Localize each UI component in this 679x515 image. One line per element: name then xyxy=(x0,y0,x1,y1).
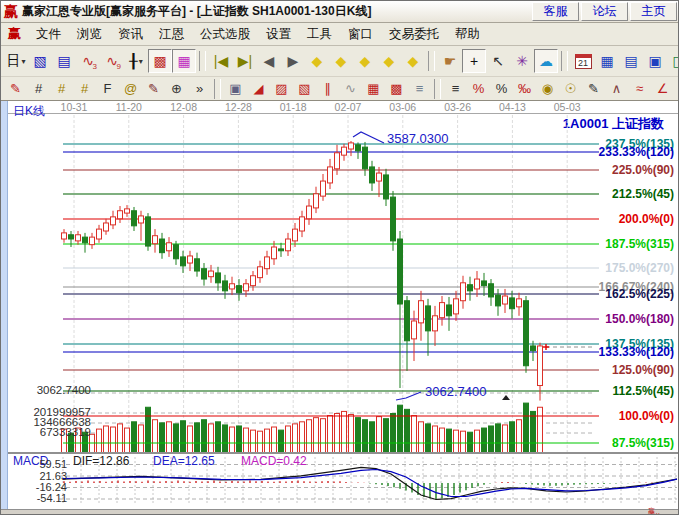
candle-body xyxy=(132,211,137,226)
red-grid-icon[interactable]: ▦ xyxy=(362,79,385,99)
candle-body xyxy=(384,175,389,199)
more-tools-button[interactable]: » xyxy=(188,79,211,99)
candle-body xyxy=(426,306,431,331)
candle-body xyxy=(482,281,487,286)
diamond-expand-button[interactable]: ◆ xyxy=(377,49,401,73)
wave-9-icon[interactable]: ∿9 xyxy=(100,49,124,73)
crosshair-tool-icon[interactable]: + xyxy=(462,49,486,73)
diamond-compress-button[interactable]: ◆ xyxy=(353,49,377,73)
fan-box-icon[interactable]: ▨ xyxy=(270,79,293,99)
gann-label-175.0%(270): 175.0%(270) xyxy=(577,261,674,275)
info-panel-icon[interactable]: ▤ xyxy=(52,49,76,73)
golden-section-icon[interactable]: ☉ xyxy=(559,79,582,99)
percent-retrace-icon[interactable]: % xyxy=(467,79,490,99)
volume-bar xyxy=(195,423,200,453)
period-day-button[interactable]: 日▾ xyxy=(4,49,28,73)
candle-body xyxy=(286,239,291,251)
toolbar-separator xyxy=(561,51,568,71)
candle-style-button[interactable]: ╂▾ xyxy=(124,49,148,73)
wave-line-icon[interactable]: ∿ xyxy=(339,79,362,99)
diamond-left-button[interactable]: ◆ xyxy=(305,49,329,73)
volume-bar xyxy=(293,424,298,453)
wave-ab-icon[interactable]: ∧ xyxy=(605,79,628,99)
volume-bar xyxy=(356,418,361,453)
golden-grid-icon[interactable]: # xyxy=(50,79,73,99)
fan-square-icon[interactable]: ▧ xyxy=(293,79,316,99)
gann-grid-icon[interactable]: # xyxy=(27,79,50,99)
draw-pen-icon[interactable]: ✎ xyxy=(4,79,27,99)
candle-body xyxy=(209,271,214,277)
menu-item-1[interactable]: 浏览 xyxy=(69,24,110,45)
low-price-annotation: 3062.7400 xyxy=(425,384,486,399)
golden-grid2-icon[interactable]: # xyxy=(73,79,96,99)
menu-item-0[interactable]: 文件 xyxy=(28,24,69,45)
volume-bar xyxy=(251,430,256,453)
last-page-button[interactable]: ▶| xyxy=(233,49,257,73)
customer-service-button[interactable]: 客服 xyxy=(532,2,579,21)
angle-lines-icon[interactable]: ∥ xyxy=(316,79,339,99)
candle-body xyxy=(90,237,95,245)
percent-icon[interactable]: % xyxy=(490,79,513,99)
gann-wheel-icon[interactable]: ⊕ xyxy=(165,79,188,99)
macd-histogram xyxy=(64,481,670,500)
forum-button[interactable]: 论坛 xyxy=(581,2,628,21)
candle-body xyxy=(223,281,228,291)
percent-lines-icon[interactable]: ‰ xyxy=(513,79,536,99)
brush-icon[interactable]: ✎ xyxy=(582,79,605,99)
menu-item-7[interactable]: 窗口 xyxy=(340,24,381,45)
next-page-button[interactable]: ▶ xyxy=(281,49,305,73)
menu-item-4[interactable]: 公式选股 xyxy=(192,24,258,45)
candle-body xyxy=(321,181,326,196)
menu-item-5[interactable]: 设置 xyxy=(258,24,299,45)
price-ruler-icon[interactable]: ≡ xyxy=(444,79,467,99)
annotate-pointer-icon[interactable]: ↖ xyxy=(486,49,510,73)
menu-item-2[interactable]: 资讯 xyxy=(110,24,151,45)
candle-body xyxy=(230,284,235,289)
wave-3-icon[interactable]: ∿3 xyxy=(76,49,100,73)
spiral-icon[interactable]: @ xyxy=(119,79,142,99)
palm-tool-icon[interactable]: ✳ xyxy=(510,49,534,73)
measure-pen-icon[interactable]: ✎ xyxy=(142,79,165,99)
gann-fan-icon[interactable]: ◢ xyxy=(247,79,270,99)
candle-body xyxy=(83,237,88,243)
menu-item-3[interactable]: 江恩 xyxy=(151,24,192,45)
candle-body xyxy=(195,259,200,271)
first-page-button[interactable]: |◀ xyxy=(209,49,233,73)
menu-item-8[interactable]: 交易委托 xyxy=(381,24,447,45)
candle-body xyxy=(433,316,438,331)
hand-tool-icon[interactable]: ☛ xyxy=(438,49,462,73)
smart-analysis-icon[interactable]: ☁ xyxy=(534,49,558,73)
calculator-icon[interactable]: ▦ xyxy=(595,49,619,73)
angle-tool-icon[interactable]: ∠ xyxy=(651,79,674,99)
notebook-icon[interactable]: ▤ xyxy=(619,49,643,73)
menu-item-6[interactable]: 工具 xyxy=(299,24,340,45)
parallel-lines-icon[interactable]: ≡ xyxy=(408,79,431,99)
color-analysis-icon[interactable]: ▦ xyxy=(172,49,196,73)
calendar-icon[interactable]: 21 xyxy=(571,49,595,73)
volume-bar xyxy=(300,422,305,453)
candles xyxy=(62,141,543,401)
golden-price-icon[interactable]: ≈ xyxy=(628,79,651,99)
fib-grid-icon[interactable]: F xyxy=(96,79,119,99)
menu-items: 文件浏览资讯江恩公式选股设置工具窗口交易委托帮助 xyxy=(28,24,488,45)
export-icon[interactable]: ◫ xyxy=(667,49,679,73)
gann-module-icon[interactable]: ▩ xyxy=(148,49,172,73)
window-layout-icon[interactable]: ▧ xyxy=(28,49,52,73)
gann-label-133.33%(120): 133.33%(120) xyxy=(577,345,674,359)
candle-body xyxy=(153,236,158,244)
grid-arrow-icon[interactable]: ▩ xyxy=(385,79,408,99)
volume-bars xyxy=(62,403,543,453)
diamond-right-button[interactable]: ◆ xyxy=(329,49,353,73)
candle-body xyxy=(69,235,74,239)
homepage-button[interactable]: 主页 xyxy=(630,2,677,21)
candle-body xyxy=(216,273,221,283)
diamond-reset-button[interactable]: ◆ xyxy=(401,49,425,73)
save-icon[interactable]: ▣ xyxy=(643,49,667,73)
box-tool-icon[interactable]: ▣ xyxy=(224,79,247,99)
menu-item-9[interactable]: 帮助 xyxy=(447,24,488,45)
toolbar-main: 日▾▧▤∿3∿9╂▾▩▦|◀▶|◀▶◆◆◆◆◆☛+↖✳☁21▦▤▣◫ xyxy=(1,46,679,77)
golden-circle-icon[interactable]: ◉ xyxy=(536,79,559,99)
price-low-scale-label: 3062.7400 xyxy=(11,384,91,396)
prev-page-button[interactable]: ◀ xyxy=(257,49,281,73)
candle-body xyxy=(391,197,396,241)
